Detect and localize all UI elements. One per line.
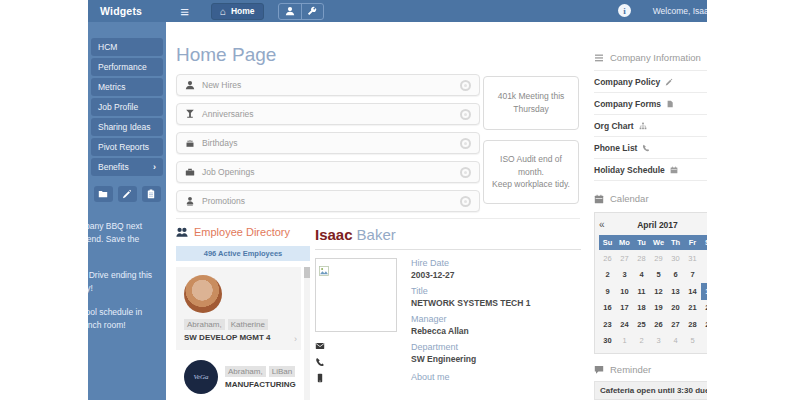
accordion-promotions[interactable]: Promotions [176, 190, 480, 212]
reminder-title: Reminder [610, 364, 651, 375]
sidebar-item-label: Pivot Reports [98, 142, 149, 152]
company-info-holiday-schedule[interactable]: Holiday Schedule [594, 159, 707, 181]
wrench-icon[interactable] [301, 4, 323, 19]
sidebar-item-hcm[interactable]: HCM [91, 38, 163, 56]
info-icon[interactable]: i [618, 4, 631, 17]
person-icon [185, 80, 195, 90]
accordion-label: Promotions [202, 196, 245, 206]
calendar-day[interactable]: 21 [684, 300, 701, 317]
calendar-day[interactable]: 1 [616, 333, 633, 350]
topbar-tool-group [278, 3, 324, 20]
calendar-day[interactable]: 9 [599, 283, 616, 300]
expand-circle-icon[interactable] [460, 80, 471, 91]
accordion-label: Birthdays [202, 138, 237, 148]
calendar-day[interactable]: 15 [701, 283, 707, 300]
calendar-day[interactable]: 29 [650, 250, 667, 267]
calendar-day[interactable]: 5 [650, 267, 667, 284]
calendar-day[interactable]: 13 [667, 283, 684, 300]
calendar-day[interactable]: 27 [616, 250, 633, 267]
calendar-day[interactable]: 20 [667, 300, 684, 317]
expand-circle-icon[interactable] [460, 138, 471, 149]
sidebar-item-benefits[interactable]: Benefits› [91, 158, 163, 176]
mobile-icon[interactable] [315, 373, 405, 383]
employee-profile: IsaacBaker Hire Date2003-12-27TitleNETWO… [315, 226, 581, 383]
calendar-day[interactable]: 1 [701, 250, 707, 267]
calendar-day[interactable]: 3 [650, 333, 667, 350]
directory-entry[interactable]: VeGaAbraham,LiBanMANUFACTURING [176, 352, 301, 400]
scrollbar-thumb[interactable] [304, 267, 310, 278]
calendar-day[interactable]: 28 [633, 250, 650, 267]
calendar-next-button[interactable]: » [702, 219, 707, 230]
calendar-day[interactable]: 5 [684, 333, 701, 350]
calendar-day[interactable]: 19 [650, 300, 667, 317]
page-title: Home Page [176, 44, 276, 66]
phone-icon[interactable] [315, 357, 405, 367]
calendar-day[interactable]: 18 [633, 300, 650, 317]
calendar-prev-button[interactable]: « [599, 219, 613, 230]
calendar-day[interactable]: 30 [599, 333, 616, 350]
accordion-birthdays[interactable]: Birthdays [176, 132, 480, 154]
sidebar-item-pivot-reports[interactable]: Pivot Reports [91, 138, 163, 156]
calendar-day[interactable]: 11 [633, 283, 650, 300]
calendar-day[interactable]: 26 [599, 250, 616, 267]
envelope-icon[interactable] [315, 341, 405, 351]
company-info-title: Company Information [610, 52, 701, 63]
hamburger-menu-icon[interactable]: ≡ [180, 4, 189, 19]
calendar-day[interactable]: 3 [616, 267, 633, 284]
calendar-day[interactable]: 27 [667, 316, 684, 333]
directory-entry[interactable]: Abraham,KatherineSW DEVELOP MGMT 4› [176, 267, 301, 350]
calendar-day[interactable]: 30 [667, 250, 684, 267]
calendar-day[interactable]: 2 [599, 267, 616, 284]
calendar-widget: « April 2017 » SuMoTuWeThFrSa 2627282930… [594, 212, 707, 354]
calendar-day[interactable]: 17 [616, 300, 633, 317]
company-info-company-forms[interactable]: Company Forms [594, 93, 707, 115]
accordion-label: Anniversaries [202, 109, 254, 119]
calendar-day[interactable]: 12 [650, 283, 667, 300]
expand-circle-icon[interactable] [460, 109, 471, 120]
calendar-day[interactable]: 28 [684, 316, 701, 333]
pencil-button[interactable] [118, 186, 137, 202]
expand-circle-icon[interactable] [460, 196, 471, 207]
accordion-anniversaries[interactable]: Anniversaries [176, 103, 480, 125]
calendar-day[interactable]: 6 [667, 267, 684, 284]
calendar-day[interactable]: 2 [633, 333, 650, 350]
folder-button[interactable] [94, 186, 113, 202]
calendar-day[interactable]: 8 [701, 267, 707, 284]
company-info-phone-list[interactable]: Phone List [594, 137, 707, 159]
user-icon[interactable] [279, 4, 301, 19]
calendar-grid: 2627282930311234567891011121314151617181… [599, 250, 707, 349]
sidebar-item-job-profile[interactable]: Job Profile [91, 98, 163, 116]
calendar-day[interactable]: 4 [633, 267, 650, 284]
calendar-day[interactable]: 7 [684, 267, 701, 284]
calendar-day[interactable]: 10 [616, 283, 633, 300]
accordion-new-hires[interactable]: New Hires [176, 74, 480, 96]
calendar-day[interactable]: 14 [684, 283, 701, 300]
calendar-day[interactable]: 16 [599, 300, 616, 317]
calendar-day[interactable]: 29 [701, 316, 707, 333]
calendar-day[interactable]: 22 [701, 300, 707, 317]
calendar-day[interactable]: 4 [667, 333, 684, 350]
company-info-label: Phone List [594, 143, 637, 153]
about-me-link[interactable]: About me [411, 372, 530, 382]
clipboard-button[interactable] [142, 186, 161, 202]
expand-circle-icon[interactable] [460, 167, 471, 178]
calendar-day[interactable]: 6 [701, 333, 707, 350]
calendar-day[interactable]: 31 [684, 250, 701, 267]
notes-column: 401k Meeting thisThursdayISO Audit end o… [483, 76, 579, 214]
directory-scrollbar[interactable] [304, 267, 310, 400]
chevron-right-icon: › [153, 162, 156, 172]
calendar-day[interactable]: 25 [633, 316, 650, 333]
sidebar-item-sharing-ideas[interactable]: Sharing Ideas [91, 118, 163, 136]
company-info-company-policy[interactable]: Company Policy [594, 71, 707, 93]
sidebar-item-metrics[interactable]: Metrics [91, 78, 163, 96]
accordion-job-openings[interactable]: Job Openings [176, 161, 480, 183]
cake-icon [185, 138, 195, 148]
company-info-org-chart[interactable]: Org Chart [594, 115, 707, 137]
calendar-day[interactable]: 24 [616, 316, 633, 333]
sidebar-nav: HCMPerformanceMetricsJob ProfileSharing … [88, 38, 166, 176]
field-label: Title [411, 286, 530, 296]
home-button[interactable]: ⌂ Home [211, 3, 264, 20]
calendar-day[interactable]: 23 [599, 316, 616, 333]
sidebar-item-performance[interactable]: Performance [91, 58, 163, 76]
calendar-day[interactable]: 26 [650, 316, 667, 333]
